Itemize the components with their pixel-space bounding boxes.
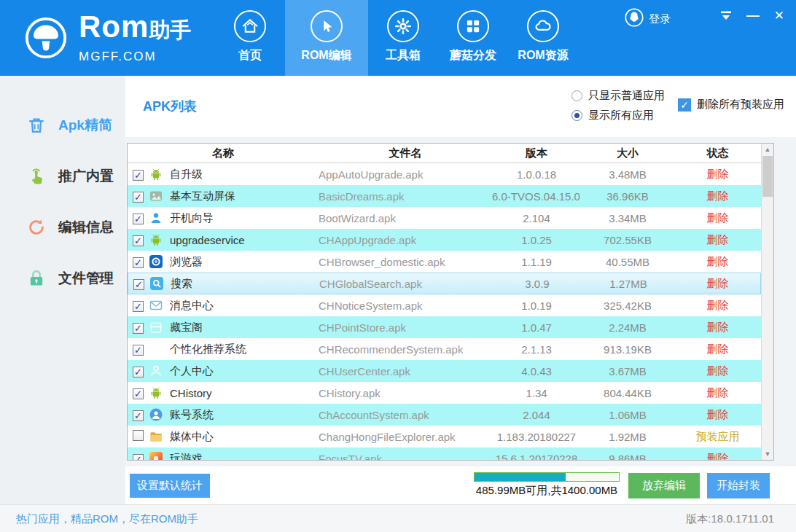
- login-button[interactable]: 登录: [625, 8, 671, 30]
- table-row[interactable]: ✓藏宝阁CHPointStore.apk1.0.472.24MB删除: [128, 316, 761, 338]
- app-version: 1.183.20180227: [492, 431, 581, 443]
- table-row[interactable]: ✓消息中心CHNoticeSystem.apk1.0.19325.42KB删除: [128, 294, 761, 316]
- row-checkbox[interactable]: ✓: [133, 235, 144, 246]
- table-row[interactable]: ✓upgradeserviceCHAppUpgrade.apk1.0.25702…: [128, 229, 761, 251]
- checkbox-checked-icon[interactable]: ✓: [678, 98, 691, 112]
- logo-text: Rom助手 MGFF.COM: [79, 12, 191, 64]
- table-row[interactable]: ✓个人中心CHUserCenter.apk4.0.433.67MB删除: [128, 360, 761, 382]
- radio-unselected-icon[interactable]: [571, 90, 582, 101]
- nav-tab-2[interactable]: ROM编辑: [285, 0, 368, 76]
- radio-option-1[interactable]: 只显示普通应用: [571, 86, 665, 106]
- sidebar-item-3[interactable]: 编辑信息: [0, 202, 125, 253]
- scroll-down-icon[interactable]: ▼: [762, 448, 773, 460]
- row-checkbox[interactable]: ✓: [133, 410, 144, 421]
- delete-all-preinstalled-checkbox[interactable]: ✓ 删除所有预装应用: [678, 98, 784, 112]
- row-checkbox[interactable]: ✓: [133, 323, 144, 334]
- app-status-action[interactable]: 预装应用: [674, 430, 761, 444]
- sidebar-item-1[interactable]: Apk精简: [0, 100, 125, 151]
- nav-tab-label: ROM资源: [515, 48, 571, 63]
- nav-tab-4[interactable]: 蘑菇分发: [438, 0, 508, 76]
- table-row[interactable]: ✓账号系统ChAccountSystem.apk2.0441.06MB删除: [128, 404, 761, 426]
- table-row[interactable]: 媒体中心ChangHongFileExplorer.apk1.183.20180…: [128, 426, 761, 447]
- row-checkbox[interactable]: ✓: [133, 454, 144, 461]
- app-size: 325.42KB: [581, 300, 674, 312]
- app-status-action[interactable]: 删除: [675, 277, 760, 291]
- row-checkbox[interactable]: ✓: [133, 214, 144, 224]
- app-window: Rom助手 MGFF.COM 首页ROM编辑工具箱蘑菇分发ROM资源 登录 — …: [0, 0, 796, 532]
- app-status-action[interactable]: 删除: [674, 299, 761, 313]
- radio-label: 显示所有应用: [588, 109, 654, 122]
- app-picture-icon: [149, 189, 170, 203]
- scrollbar-thumb[interactable]: [762, 156, 773, 197]
- radio-selected-icon[interactable]: [571, 110, 582, 121]
- row-checkbox[interactable]: ✓: [133, 367, 144, 378]
- app-status-action[interactable]: 删除: [674, 233, 761, 247]
- row-checkbox[interactable]: [133, 430, 144, 441]
- app-version: 1.34: [492, 387, 581, 399]
- nav-tab-5[interactable]: ROM资源: [508, 0, 578, 76]
- table-row[interactable]: ✓玩游戏FocusTV.apk15.6.1.201702289.86MB删除: [128, 447, 761, 460]
- app-filename: CHGlobalSearch.apk: [319, 278, 493, 290]
- app-status-action[interactable]: 删除: [674, 211, 761, 225]
- touch-icon: [26, 166, 47, 187]
- app-status-action[interactable]: 删除: [674, 408, 761, 422]
- table-row[interactable]: ✓开机向导BootWizard.apk2.1043.34MB删除: [128, 207, 761, 229]
- table-row[interactable]: ✓搜索CHGlobalSearch.apk3.0.91.27MB删除: [128, 273, 761, 294]
- app-status-action[interactable]: 删除: [674, 255, 761, 269]
- content: APK列表 只显示普通应用显示所有应用 ✓ 删除所有预装应用 名称文件名版本大小…: [125, 76, 796, 504]
- app-android-icon: [149, 168, 170, 181]
- gear-icon: [387, 10, 419, 42]
- sidebar-item-4[interactable]: 文件管理: [0, 253, 125, 304]
- app-status-action[interactable]: 删除: [674, 386, 761, 400]
- panel-top: APK列表 只显示普通应用显示所有应用 ✓ 删除所有预装应用: [125, 76, 796, 137]
- discard-edit-button[interactable]: 放弃编辑: [628, 473, 700, 498]
- app-status-action[interactable]: 删除: [674, 343, 761, 356]
- nav-tab-label: 蘑菇分发: [445, 48, 501, 63]
- panel-title: APK列表: [143, 98, 197, 115]
- app-status-action[interactable]: 删除: [674, 168, 761, 181]
- nav-tab-1[interactable]: 首页: [215, 0, 285, 76]
- app-blank-icon: [149, 343, 170, 356]
- radio-option-2[interactable]: 显示所有应用: [571, 106, 665, 125]
- nav-tab-3[interactable]: 工具箱: [368, 0, 438, 76]
- table-row[interactable]: ✓个性化推荐系统CHRecommenderSystem.apk2.1.13913…: [128, 338, 761, 360]
- row-checkbox[interactable]: ✓: [133, 301, 144, 312]
- close-icon[interactable]: ✕: [774, 9, 784, 22]
- app-status-action[interactable]: 删除: [674, 364, 761, 378]
- row-checkbox[interactable]: ✓: [133, 345, 144, 356]
- app-version: 1.0.0.18: [492, 168, 581, 181]
- start-package-button[interactable]: 开始封装: [707, 473, 770, 498]
- row-checkbox[interactable]: ✓: [133, 388, 144, 399]
- sidebar-item-2[interactable]: 推广内置: [0, 151, 125, 202]
- app-status-action[interactable]: 删除: [674, 321, 761, 335]
- app-folder-icon: [149, 430, 170, 443]
- app-filename: CHUserCenter.apk: [319, 365, 492, 378]
- table-row[interactable]: ✓浏览器CHBrowser_domestic.apk1.1.1940.55MB删…: [128, 251, 761, 273]
- table-row[interactable]: ✓基本互动屏保BasicDreams.apk6.0-TVOS.04.15.0..…: [128, 185, 761, 207]
- column-header-3: 版本: [492, 146, 581, 160]
- app-status-action[interactable]: 删除: [674, 189, 761, 203]
- app-mail-icon: [149, 299, 170, 312]
- row-checkbox[interactable]: ✓: [133, 257, 144, 268]
- app-chest-icon: [149, 321, 170, 334]
- sidebar-item-label: 推广内置: [58, 167, 114, 186]
- row-checkbox[interactable]: ✓: [133, 170, 144, 181]
- row-checkbox[interactable]: ✓: [133, 192, 144, 203]
- set-default-stats-button[interactable]: 设置默认统计: [130, 474, 210, 498]
- table-row[interactable]: ✓CHistoryCHistory.apk1.34804.44KB删除: [128, 382, 761, 404]
- minimize-icon[interactable]: —: [746, 9, 760, 22]
- app-status-action[interactable]: 删除: [674, 452, 761, 461]
- skin-menu-icon[interactable]: [720, 9, 732, 22]
- sidebar-item-label: 文件管理: [58, 269, 114, 288]
- row-checkbox[interactable]: ✓: [133, 279, 144, 290]
- app-version: 1.0.25: [492, 234, 581, 246]
- app-version: 2.044: [492, 409, 581, 421]
- progress-bar: [474, 472, 620, 482]
- app-size: 36.96KB: [581, 190, 674, 203]
- table-scrollbar[interactable]: ▲ ▼: [761, 144, 773, 460]
- table-row[interactable]: ✓自升级AppAutoUpgrade.apk1.0.0.183.48MB删除: [128, 163, 761, 185]
- scroll-up-icon[interactable]: ▲: [762, 144, 773, 155]
- logo-title-en: Rom: [79, 9, 149, 44]
- app-filename: CHPointStore.apk: [319, 321, 492, 334]
- app-name: 个性化推荐系统: [170, 343, 319, 356]
